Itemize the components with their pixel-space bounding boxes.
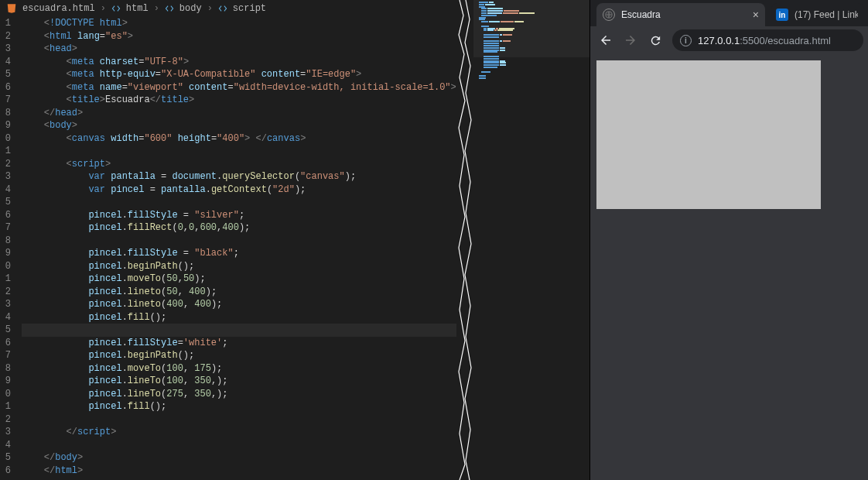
file-html-icon <box>6 3 17 14</box>
browser-tab-strip: Escuadra × in (17) Feed | Link <box>590 0 868 26</box>
browser-pane: Escuadra × in (17) Feed | Link i 127.0.0… <box>589 0 868 480</box>
tab-title: Escuadra <box>621 9 747 20</box>
browser-tab-active[interactable]: Escuadra × <box>596 3 765 26</box>
browser-toolbar: i 127.0.0.1:5500/escuadra.html <box>590 26 868 54</box>
forward-button[interactable] <box>620 29 641 51</box>
linkedin-icon: in <box>776 9 788 21</box>
code-content[interactable]: <!DOCTYPE html> <html lang="es"> <head> … <box>14 17 456 480</box>
globe-icon <box>603 9 615 21</box>
tab-title: (17) Feed | Link <box>795 9 858 20</box>
tag-icon <box>165 4 174 13</box>
code-editor[interactable]: 123456789012345678901234567890123456 <!D… <box>0 17 456 480</box>
address-bar[interactable]: i 127.0.0.1:5500/escuadra.html <box>672 29 863 51</box>
back-button[interactable] <box>595 29 617 51</box>
canvas-output <box>596 60 821 209</box>
breadcrumb[interactable]: escuadra.html › html › body › script <box>0 0 456 17</box>
breadcrumb-seg-0[interactable]: html <box>126 3 149 14</box>
reload-button[interactable] <box>644 29 666 51</box>
info-icon[interactable]: i <box>680 35 692 46</box>
browser-tab-inactive[interactable]: in (17) Feed | Link <box>771 3 864 26</box>
editor-pane: escuadra.html › html › body › script 123… <box>0 0 456 480</box>
close-icon[interactable]: × <box>753 9 759 21</box>
breadcrumb-file[interactable]: escuadra.html <box>22 3 95 14</box>
page-body <box>596 60 862 474</box>
pane-divider <box>456 0 473 480</box>
tag-icon <box>218 4 227 13</box>
line-number-gutter: 123456789012345678901234567890123456 <box>0 17 14 480</box>
minimap-content <box>477 2 546 80</box>
chevron-right-icon: › <box>154 3 159 14</box>
tag-icon <box>111 4 121 13</box>
url-text: 127.0.0.1:5500/escuadra.html <box>698 35 831 46</box>
breadcrumb-seg-2[interactable]: script <box>233 3 266 14</box>
chevron-right-icon: › <box>101 3 106 14</box>
browser-viewport <box>590 54 868 480</box>
chevron-right-icon: › <box>207 3 213 14</box>
minimap[interactable] <box>473 0 589 480</box>
breadcrumb-seg-1[interactable]: body <box>179 3 202 14</box>
